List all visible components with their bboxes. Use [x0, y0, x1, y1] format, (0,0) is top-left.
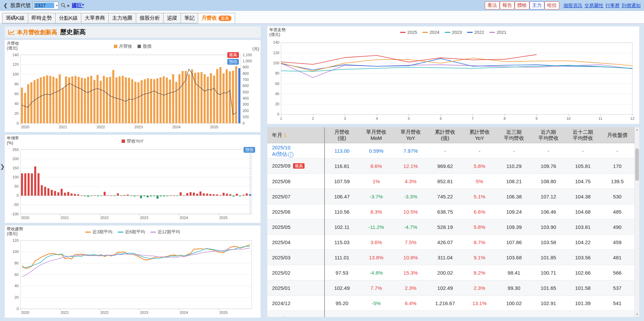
- table-cell: -: [531, 143, 566, 158]
- table-cell: 7.5%: [393, 235, 428, 250]
- row-year-month: 2025/08: [272, 178, 290, 184]
- table-cell: -4.8%: [359, 265, 394, 280]
- table-cell: 101.65: [531, 280, 566, 296]
- scrollbar-up-icon[interactable]: ▲: [635, 127, 639, 132]
- yoy-chart[interactable]: -100-50050100150200250202020212022202320…: [5, 146, 261, 221]
- topbar-button-主力[interactable]: 主力: [529, 1, 544, 9]
- table-cell: 110.56: [325, 204, 359, 219]
- info-icon[interactable]: i: [288, 152, 293, 157]
- tab-筆記[interactable]: 筆記: [181, 13, 198, 23]
- main-content: 本月營收創新高 歷史新高 月營收(億元) 月營收股價 (元) 020406080…: [0, 24, 644, 320]
- table-cell: 8.7%: [462, 235, 497, 250]
- topbar-button-哈拉[interactable]: 哈拉: [544, 1, 559, 9]
- svg-text:7: 7: [472, 116, 474, 121]
- table-cell: 111.01: [325, 250, 359, 265]
- tab-月營收[interactable]: 月營收新高: [198, 13, 235, 23]
- row-year-month: 2025/03: [272, 255, 290, 260]
- row-year-month: 2025/02: [272, 270, 290, 276]
- svg-text:2021: 2021: [59, 125, 67, 129]
- revenue-trend-chart-panel: 營收趨勢(億元) 近3期平均近6期平均近12期平均 02040608010012…: [5, 226, 261, 318]
- tab-new-high-badge: 新高: [219, 16, 231, 21]
- table-scrollbar[interactable]: ▲ ▼: [635, 127, 639, 317]
- table-cell: 530: [600, 189, 635, 204]
- dropdown-caret-icon[interactable]: ▾: [56, 4, 58, 7]
- trend-chart-head: 營收趨勢(億元) 近3期平均近6期平均近12期平均: [5, 226, 261, 237]
- table-cell: 459: [600, 235, 635, 250]
- topbar-link-到價通知[interactable]: 到價通知: [622, 3, 641, 8]
- table-cell: 1,216.67: [428, 296, 462, 311]
- yoy-chart-panel: 年增率(%) 營收YoY -100-5005010015020025020202…: [5, 135, 261, 223]
- table-cell: -: [600, 143, 635, 158]
- right-column: 年度走勢(億元) 20252024202320222021 0204060801…: [267, 26, 639, 320]
- revenue-table: 年月▲▼月營收(億)單月營收MoM單月營收YoY累計營收(億)累計營收YoY近三…: [267, 127, 635, 317]
- table-cell: 490: [600, 219, 635, 235]
- svg-text:1,100: 1,100: [243, 53, 252, 57]
- right-axis-title: (元): [252, 46, 259, 52]
- add-stock-icon[interactable]: +: [67, 3, 70, 8]
- tab-大單券商[interactable]: 大單券商: [81, 13, 109, 23]
- svg-text:100: 100: [13, 175, 19, 179]
- svg-text:2021: 2021: [61, 216, 69, 220]
- topbar-link-個股資訊[interactable]: 個股資訊: [563, 3, 582, 8]
- row-year-month: 2025/10: [272, 145, 290, 150]
- table-cell: -3.3%: [393, 189, 428, 204]
- tab-分點K線[interactable]: 分點K線: [55, 13, 81, 23]
- back-chevron-icon[interactable]: ❮: [3, 2, 8, 8]
- col-header-年月[interactable]: 年月▲▼: [267, 127, 325, 143]
- monthly-revenue-chart[interactable]: 0204060801001201400100200300400500600700…: [5, 51, 261, 131]
- topbar-button-體檢[interactable]: 體檢: [515, 1, 529, 9]
- sort-icon[interactable]: ▲▼: [284, 133, 287, 138]
- svg-text:500: 500: [243, 90, 249, 94]
- tab-追蹤[interactable]: 追蹤: [163, 13, 181, 23]
- revenue-table-panel: 年月▲▼月營收(億)單月營收MoM單月營收YoY累計營收(億)累計營收YoY近三…: [267, 127, 639, 317]
- svg-text:140: 140: [273, 41, 279, 45]
- tab-個股分析[interactable]: 個股分析: [136, 13, 164, 23]
- scrollbar-thumb[interactable]: [635, 148, 639, 181]
- row-year-month: 2025/04: [272, 239, 290, 245]
- stock-name-link[interactable]: 國巨*: [72, 2, 84, 9]
- svg-text:60: 60: [275, 82, 279, 86]
- estimate-badge: 預估: [244, 147, 255, 153]
- table-cell: 969.62: [428, 158, 462, 174]
- panel-expand-chevron-icon[interactable]: ❯: [0, 163, 5, 170]
- svg-text:20: 20: [15, 295, 19, 299]
- svg-text:0: 0: [17, 307, 19, 311]
- table-cell: 6.4%: [393, 296, 428, 311]
- yearly-trend-chart[interactable]: 020406080100120140123456789101112: [267, 38, 639, 123]
- svg-text:8: 8: [503, 116, 505, 121]
- tab-主力地圖[interactable]: 主力地圖: [108, 13, 136, 23]
- table-cell: 100.91: [566, 311, 600, 317]
- table-cell: 481: [600, 250, 635, 265]
- ai-estimate-link[interactable]: AI預估: [272, 151, 287, 157]
- search-icon[interactable]: [61, 3, 66, 8]
- table-cell: -11.2%: [359, 219, 394, 235]
- revenue-trend-chart[interactable]: 020406080100120202020212022202320242025: [5, 237, 261, 316]
- svg-text:2023: 2023: [140, 216, 148, 220]
- topbar-button-看法[interactable]: 看法: [485, 1, 500, 9]
- svg-text:10: 10: [566, 116, 570, 121]
- row-year-month: 2024/12: [272, 300, 290, 306]
- legend-item: 2024: [422, 30, 439, 35]
- table-cell: 4.3%: [393, 174, 428, 189]
- monthly-revenue-chart-panel: 月營收(億元) 月營收股價 (元) 0204060801001201400100…: [5, 40, 261, 132]
- table-cell: 2025/05: [267, 219, 325, 235]
- legend-item: 2021: [490, 30, 506, 35]
- table-cell: -: [462, 143, 497, 158]
- svg-text:0: 0: [243, 121, 245, 125]
- table-cell: 105.81: [566, 158, 600, 174]
- svg-text:9: 9: [536, 116, 538, 121]
- topbar-link-交易屬性[interactable]: 交易屬性: [584, 3, 603, 8]
- table-cell: 98.41: [497, 265, 531, 280]
- col-header-近六期: 近六期平均營收: [531, 127, 566, 143]
- svg-text:2025: 2025: [210, 125, 218, 129]
- svg-text:2022: 2022: [100, 311, 108, 315]
- tab-即時走勢[interactable]: 即時走勢: [28, 13, 56, 23]
- table-cell: 537: [600, 280, 635, 296]
- table-cell: 110.29: [497, 158, 531, 174]
- scrollbar-down-icon[interactable]: ▼: [635, 312, 639, 317]
- topbar-link-行事曆[interactable]: 行事曆: [605, 3, 620, 8]
- tab-籌碼K線[interactable]: 籌碼K線: [2, 13, 28, 23]
- stock-code-input[interactable]: 2327 ▾: [33, 2, 59, 9]
- topbar-button-報告[interactable]: 報告: [500, 1, 515, 9]
- table-cell: 139.5: [600, 174, 635, 189]
